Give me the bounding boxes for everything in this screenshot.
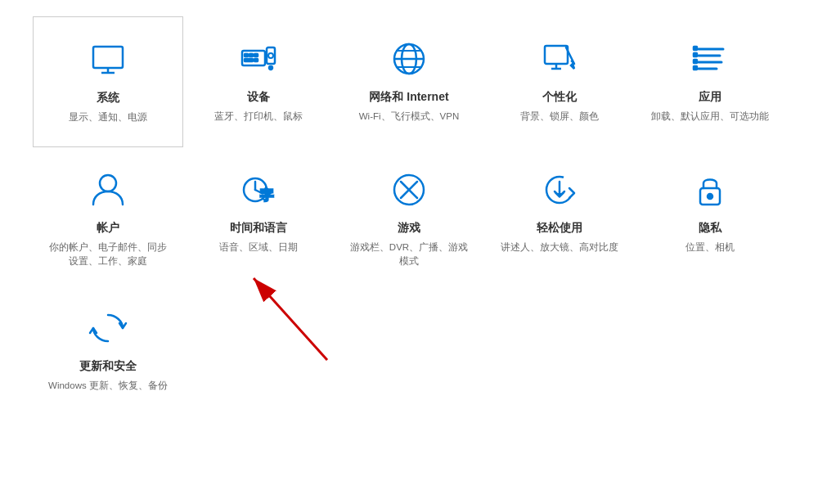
settings-item-ease[interactable]: 轻松使用 讲述人、放大镜、高对比度 <box>484 147 635 286</box>
apps-icon <box>687 36 733 82</box>
update-subtitle: Windows 更新、恢复、备份 <box>48 379 168 393</box>
svg-rect-27 <box>694 53 697 56</box>
empty-cell-3 <box>484 286 635 416</box>
ease-subtitle: 讲述人、放大镜、高对比度 <box>501 241 618 254</box>
devices-icon <box>236 36 281 82</box>
settings-item-accounts[interactable]: 帐户 你的帐户、电子邮件、同步设置、工作、家庭 <box>33 147 183 286</box>
settings-item-time[interactable]: 字 时间和语言 语音、区域、日期 <box>183 147 334 286</box>
settings-item-privacy[interactable]: 隐私 位置、相机 <box>635 147 785 286</box>
system-title: 系统 <box>97 91 119 106</box>
settings-item-system[interactable]: 系统 显示、通知、电源 <box>33 16 183 147</box>
network-title: 网络和 Internet <box>369 90 448 105</box>
apps-title: 应用 <box>699 90 721 105</box>
gaming-subtitle: 游戏栏、DVR、广播、游戏模式 <box>347 241 471 269</box>
svg-text:字: 字 <box>260 187 274 202</box>
svg-point-10 <box>268 53 273 58</box>
time-icon: 字 <box>236 167 281 213</box>
apps-subtitle: 卸载、默认应用、可选功能 <box>651 110 769 124</box>
svg-rect-26 <box>694 47 697 50</box>
svg-rect-4 <box>245 54 248 56</box>
personalization-subtitle: 背景、锁屏、颜色 <box>520 110 599 124</box>
privacy-icon <box>687 167 733 213</box>
accounts-title: 帐户 <box>97 221 119 236</box>
gaming-title: 游戏 <box>398 221 420 236</box>
empty-cell-4 <box>635 286 785 416</box>
time-subtitle: 语音、区域、日期 <box>219 241 298 254</box>
svg-rect-29 <box>694 66 697 70</box>
settings-item-gaming[interactable]: 游戏 游戏栏、DVR、广播、游戏模式 <box>334 147 484 286</box>
privacy-title: 隐私 <box>699 221 721 236</box>
update-icon <box>85 305 131 351</box>
ease-title: 轻松使用 <box>537 221 582 236</box>
svg-rect-8 <box>254 59 258 61</box>
svg-point-11 <box>269 66 272 70</box>
devices-subtitle: 蓝牙、打印机、鼠标 <box>214 110 303 124</box>
settings-item-network[interactable]: 网络和 Internet Wi-Fi、飞行模式、VPN <box>334 16 484 147</box>
network-icon <box>386 36 432 82</box>
time-title: 时间和语言 <box>230 221 287 236</box>
ease-icon <box>537 167 582 213</box>
svg-rect-28 <box>694 60 697 63</box>
privacy-subtitle: 位置、相机 <box>685 241 735 254</box>
settings-item-update[interactable]: 更新和安全 Windows 更新、恢复、备份 <box>33 286 183 416</box>
svg-rect-17 <box>545 46 568 64</box>
devices-title: 设备 <box>247 90 270 105</box>
accounts-icon <box>85 167 131 213</box>
personalization-icon <box>537 36 582 82</box>
settings-item-devices[interactable]: 设备 蓝牙、打印机、鼠标 <box>183 16 334 147</box>
settings-item-personalization[interactable]: 个性化 背景、锁屏、颜色 <box>484 16 635 147</box>
accounts-subtitle: 你的帐户、电子邮件、同步设置、工作、家庭 <box>46 241 170 269</box>
network-subtitle: Wi-Fi、飞行模式、VPN <box>359 110 459 124</box>
empty-cell-2 <box>334 286 484 416</box>
svg-rect-5 <box>249 54 253 56</box>
system-subtitle: 显示、通知、电源 <box>69 110 147 124</box>
personalization-title: 个性化 <box>542 90 577 105</box>
svg-rect-0 <box>93 47 123 68</box>
settings-grid: 系统 显示、通知、电源 设备 蓝牙、打印机、鼠标 <box>0 0 818 433</box>
svg-point-41 <box>708 194 712 199</box>
update-title: 更新和安全 <box>79 359 137 374</box>
settings-item-apps[interactable]: 应用 卸载、默认应用、可选功能 <box>635 16 785 147</box>
svg-point-30 <box>100 175 116 191</box>
svg-rect-6 <box>254 54 258 56</box>
svg-rect-7 <box>245 59 253 61</box>
gaming-icon <box>386 167 432 213</box>
system-icon <box>85 37 131 83</box>
empty-cell-1 <box>183 286 334 416</box>
